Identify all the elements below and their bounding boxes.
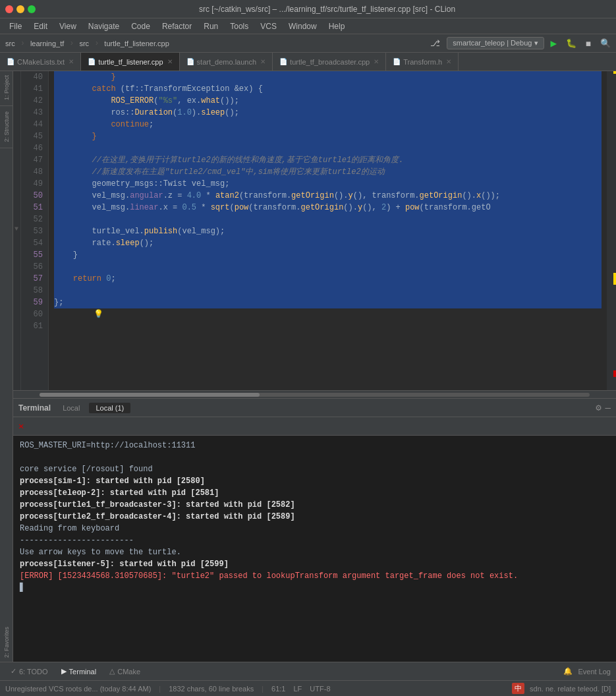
close-tab-transform[interactable]: ✕ xyxy=(446,58,451,65)
todo-label: 6: TODO xyxy=(19,668,48,676)
menu-window[interactable]: Window xyxy=(283,20,322,32)
maximize-button[interactable] xyxy=(28,5,36,13)
menu-run[interactable]: Run xyxy=(198,20,223,32)
tab-turtle-tf-listener[interactable]: 📄 turtle_tf_listener.cpp ✕ xyxy=(81,53,179,71)
term-line-broadcaster1: process[turtle1_tf_broadcaster-3]: start… xyxy=(20,499,609,511)
vcs-icon[interactable]: ⎇ xyxy=(428,37,443,50)
menu-navigate[interactable]: Navigate xyxy=(83,20,125,32)
panel-favorites[interactable]: 2: Favorites xyxy=(2,625,11,659)
status-bar: Unregistered VCS roots de... (today 8:44… xyxy=(0,680,616,696)
event-log-icon: 🔔 xyxy=(563,667,573,676)
close-button[interactable] xyxy=(5,5,13,13)
tab-cmake[interactable]: △ CMake xyxy=(104,666,146,677)
terminal-settings-icon[interactable]: ⚙ xyxy=(596,402,601,413)
code-area[interactable]: } catch (tf::TransformException &ex) { R… xyxy=(49,71,607,390)
breadcrumb-learning-tf[interactable]: learning_tf xyxy=(28,40,67,47)
term-line-listener: process[listener-5]: started with pid [2… xyxy=(20,558,609,570)
left-panel: 1: Project 2: Structure 2: Favorites xyxy=(0,71,13,662)
terminal-tab-local-1[interactable]: Local (1) xyxy=(89,403,130,413)
menu-refactor[interactable]: Refactor xyxy=(157,20,197,32)
tab-terminal[interactable]: ▶ Terminal xyxy=(56,666,102,677)
term-line-cursor: ▋ xyxy=(20,582,609,594)
stop-button[interactable]: ◼ xyxy=(583,37,594,50)
code-line-41: catch (tf::TransformException &ex) { xyxy=(54,83,602,95)
term-line-core: core service [/rosout] found xyxy=(20,463,609,475)
tab-start-demo[interactable]: 📄 start_demo.launch ✕ xyxy=(180,53,273,71)
terminal-close-button[interactable]: ✕ xyxy=(18,420,24,432)
editor-container[interactable]: ▼ 40 41 42 43 44 45 46 47 48 49 xyxy=(13,71,616,390)
horizontal-scrollbar[interactable] xyxy=(13,390,616,398)
code-line-53: turtle_vel.publish(vel_msg); xyxy=(54,225,602,237)
close-tab-demo[interactable]: ✕ xyxy=(260,58,266,65)
code-line-46 xyxy=(54,142,602,154)
code-line-54: rate.sleep(); xyxy=(54,237,602,249)
code-line-57: return 0; xyxy=(54,273,602,285)
tab-todo[interactable]: ✓ 6: TODO xyxy=(5,666,53,677)
terminal-controls: ⚙ — xyxy=(596,402,611,413)
panel-structure[interactable]: 2: Structure xyxy=(2,110,11,144)
terminal-minimize-icon[interactable]: — xyxy=(605,403,611,413)
file-tabs: 📄 CMakeLists.txt ✕ 📄 turtle_tf_listener.… xyxy=(0,53,616,71)
terminal-tabs: Local Local (1) xyxy=(56,403,590,413)
encoding[interactable]: UTF-8 xyxy=(310,685,330,693)
term-line-sim: process[sim-1]: started with pid [2580] xyxy=(20,475,609,487)
code-line-50: vel_msg.angular.z = 4.0 * atan2(transfor… xyxy=(54,190,602,202)
menu-code[interactable]: Code xyxy=(126,20,155,32)
ime-indicator: 中 xyxy=(512,683,524,694)
code-line-40: } xyxy=(54,71,602,83)
breadcrumb-file[interactable]: turtle_tf_listener.cpp xyxy=(101,40,171,47)
bottom-tabs: ✓ 6: TODO ▶ Terminal △ CMake 🔔 Event Log xyxy=(0,662,616,680)
run-button[interactable]: ▶ xyxy=(548,36,560,51)
code-line-44: continue; xyxy=(54,119,602,130)
toolbar-row: src › learning_tf › src › turtle_tf_list… xyxy=(0,34,616,53)
code-line-59: }; xyxy=(54,297,602,308)
breadcrumb-src2[interactable]: src xyxy=(76,40,92,47)
tab-cmakelists[interactable]: 📄 CMakeLists.txt ✕ xyxy=(0,53,81,71)
tab-label: start_demo.launch xyxy=(197,58,257,66)
cmake-icon: △ xyxy=(109,667,115,676)
menu-view[interactable]: View xyxy=(54,20,82,32)
menu-vcs[interactable]: VCS xyxy=(255,20,282,32)
terminal-tab-local[interactable]: Local xyxy=(56,403,86,413)
cmakelists-icon: 📄 xyxy=(7,58,14,65)
term-line-broadcaster2: process[turtle2_tf_broadcaster-4]: start… xyxy=(20,511,609,523)
cursor-position[interactable]: 61:1 xyxy=(271,685,285,693)
transform-h-icon: 📄 xyxy=(393,58,401,65)
code-line-52 xyxy=(54,214,602,225)
close-tab-listener[interactable]: ✕ xyxy=(167,58,173,65)
term-line-error: [ERROR] [1523434568.310570685]: "turtle2… xyxy=(20,570,609,582)
menu-help[interactable]: Help xyxy=(323,20,350,32)
tab-broadcaster[interactable]: 📄 turtle_tf_broadcaster.cpp ✕ xyxy=(273,53,386,71)
search-button[interactable]: 🔍 xyxy=(598,37,613,50)
terminal-output[interactable]: ROS_MASTER_URI=http://localhost:11311 co… xyxy=(13,436,616,662)
close-tab-broadcaster[interactable]: ✕ xyxy=(374,58,379,65)
terminal-icon: ▶ xyxy=(61,667,67,676)
debug-button[interactable]: 🐛 xyxy=(563,37,579,50)
line-ending[interactable]: LF xyxy=(294,685,302,693)
event-log-label[interactable]: Event Log xyxy=(578,668,611,676)
panel-project[interactable]: 1: Project xyxy=(2,74,11,102)
cmake-label: CMake xyxy=(117,668,140,676)
code-line-61 xyxy=(54,320,602,332)
app: src [~/catkin_ws/src] – .../learning_tf/… xyxy=(0,0,616,696)
breadcrumb-src[interactable]: src xyxy=(3,40,18,47)
menu-tools[interactable]: Tools xyxy=(225,20,254,32)
code-line-48: //新速度发布在主题"turtle2/cmd_vel"中,sim将使用它来更新t… xyxy=(54,166,602,178)
turtle-tf-listener-icon: 📄 xyxy=(88,58,96,65)
menu-file[interactable]: File xyxy=(4,20,27,32)
tab-label: turtle_tf_listener.cpp xyxy=(98,58,163,66)
menu-edit[interactable]: Edit xyxy=(28,20,53,32)
tab-label: CMakeLists.txt xyxy=(17,58,65,66)
code-line-47: //在这里,变换用于计算turtle2的新的线性和角速度,基于它鱼turtle1… xyxy=(54,154,602,166)
run-config[interactable]: smartcar_teleop | Debug ▾ xyxy=(447,37,544,49)
code-line-43: ros::Duration(1.0).sleep(); xyxy=(54,107,602,119)
tab-label: Transform.h xyxy=(403,58,442,66)
close-tab-cmakelists[interactable]: ✕ xyxy=(69,58,74,65)
term-line-ros-uri: ROS_MASTER_URI=http://localhost:11311 xyxy=(20,440,609,451)
tab-transform-h[interactable]: 📄 Transform.h ✕ xyxy=(386,53,459,71)
code-line-42: ROS_ERROR("%s", ex.what()); xyxy=(54,95,602,107)
status-right: sdn. ne. relate teleod. [D] xyxy=(530,685,611,693)
term-line-arrows: Use arrow keys to move the turtle. xyxy=(20,546,609,558)
minimize-button[interactable] xyxy=(16,5,24,13)
vcs-status[interactable]: Unregistered VCS roots de... (today 8:44… xyxy=(5,685,151,693)
